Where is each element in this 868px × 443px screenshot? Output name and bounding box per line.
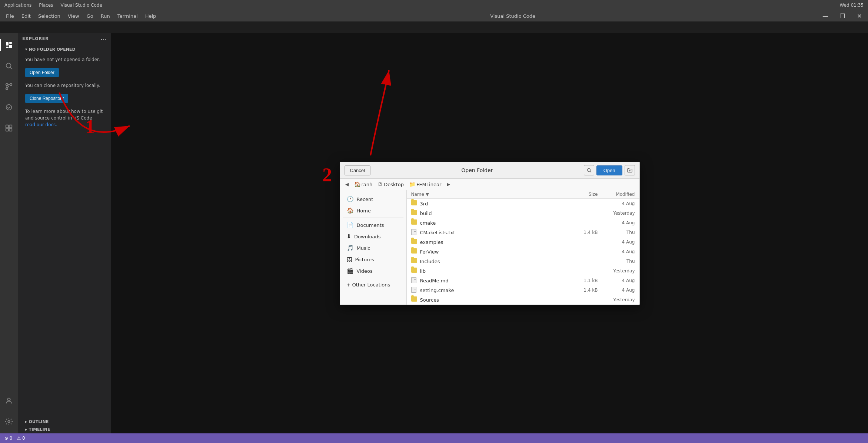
activity-account[interactable] — [0, 392, 18, 410]
activity-bar-bottom — [0, 392, 18, 430]
column-size[interactable]: Size — [568, 192, 598, 197]
dialog-open-button[interactable]: Open — [596, 165, 622, 175]
sidebar: Explorer ... ▾ NO FOLDER OPENED You have… — [18, 33, 111, 433]
dialog-new-folder-button[interactable] — [625, 165, 635, 175]
activity-extensions[interactable] — [0, 119, 18, 137]
open-folder-dialog: Cancel Open Folder Open ◀ — [340, 162, 640, 305]
svg-point-7 — [10, 84, 12, 86]
svg-point-6 — [6, 84, 8, 86]
file-item-ferview[interactable]: FerView 4 Aug — [407, 247, 639, 256]
open-folder-button[interactable]: Open Folder — [25, 68, 59, 77]
file-item-build[interactable]: build Yesterday — [407, 208, 639, 218]
clone-repository-button[interactable]: Clone Repository — [25, 94, 68, 103]
menu-view[interactable]: View — [65, 12, 82, 20]
activity-explorer[interactable] — [0, 36, 18, 54]
activity-debug[interactable] — [0, 98, 18, 116]
window-controls: — ❐ ✕ — [817, 10, 868, 22]
svg-point-9 — [6, 105, 12, 110]
maximize-button[interactable]: ❐ — [834, 10, 851, 22]
places-menu[interactable]: Places — [39, 3, 53, 8]
dialog-header-right: Open — [584, 165, 635, 175]
svg-point-15 — [8, 420, 10, 423]
timeline-section[interactable]: ▸ TIMELINE — [18, 426, 111, 433]
system-bar: Applications Places Visual Studio Code W… — [0, 0, 868, 10]
svg-rect-3 — [6, 47, 9, 48]
file-list-container[interactable]: Name ▼ Size Modified 3rd 4 Aug — [407, 190, 639, 305]
activity-search[interactable] — [0, 57, 18, 75]
status-warnings[interactable]: ⚠ 0 — [17, 436, 25, 441]
breadcrumb-desktop[interactable]: 🖥 Desktop — [375, 181, 406, 188]
nav-item-home[interactable]: 🏠 Home — [342, 205, 405, 216]
svg-rect-13 — [9, 128, 12, 131]
file-item-examples[interactable]: examples 4 Aug — [407, 237, 639, 247]
svg-rect-1 — [9, 42, 12, 44]
svg-rect-10 — [6, 125, 9, 128]
svg-line-17 — [590, 171, 591, 172]
dialog-search-button[interactable] — [584, 165, 594, 175]
no-folder-text: You have not yet opened a folder. — [18, 53, 111, 66]
nav-item-downloads[interactable]: ⬇ Downloads — [342, 231, 405, 242]
svg-rect-12 — [6, 128, 9, 131]
svg-rect-2 — [9, 45, 12, 48]
status-bar: ⊗ 0 ⚠ 0 — [0, 433, 868, 443]
clone-text: You can clone a repository locally. — [18, 79, 111, 92]
nav-item-recent[interactable]: 🕐 Recent — [342, 194, 405, 205]
file-item-setting-cmake[interactable]: setting.cmake 1.4 kB 4 Aug — [407, 285, 639, 295]
dialog-body: 🕐 Recent 🏠 Home 📄 Documents — [340, 190, 639, 305]
menu-terminal[interactable]: Terminal — [114, 12, 141, 20]
file-item-3rd[interactable]: 3rd 4 Aug — [407, 199, 639, 208]
breadcrumb-bar: ◀ 🏠 ranh 🖥 Desktop 📁 FEMLinear ▶ — [340, 179, 639, 190]
menu-run[interactable]: Run — [98, 12, 113, 20]
sidebar-menu-icon[interactable]: ... — [101, 36, 106, 41]
menu-file[interactable]: File — [3, 12, 17, 20]
outline-section[interactable]: ▸ OUTLINE — [18, 418, 111, 426]
breadcrumb-more-button[interactable]: ▶ — [444, 180, 452, 188]
status-bar-left: ⊗ 0 ⚠ 0 — [4, 436, 25, 441]
file-item-lib[interactable]: lib Yesterday — [407, 266, 639, 276]
activity-settings[interactable] — [0, 413, 18, 430]
column-name[interactable]: Name ▼ — [411, 192, 568, 197]
menu-edit[interactable]: Edit — [19, 12, 34, 20]
dialog-cancel-button[interactable]: Cancel — [345, 165, 370, 175]
dialog-overlay: Cancel Open Folder Open ◀ — [111, 33, 868, 433]
file-item-cmakelists[interactable]: CMakeLists.txt 1.4 kB Thu — [407, 228, 639, 237]
svg-rect-0 — [6, 42, 9, 46]
status-errors[interactable]: ⊗ 0 — [4, 436, 13, 441]
minimize-button[interactable]: — — [817, 10, 834, 22]
breadcrumb-home[interactable]: 🏠 ranh — [352, 181, 375, 188]
vscode-menu[interactable]: Visual Studio Code — [60, 3, 102, 8]
menu-go[interactable]: Go — [84, 12, 96, 20]
svg-point-16 — [587, 168, 590, 171]
system-bar-left: Applications Places Visual Studio Code — [4, 3, 102, 8]
file-item-sources[interactable]: Sources Yesterday — [407, 295, 639, 305]
activity-bar — [0, 33, 18, 433]
sidebar-section: ▾ NO FOLDER OPENED You have not yet open… — [18, 44, 111, 132]
breadcrumb-back-button[interactable]: ◀ — [343, 180, 351, 188]
menu-bar: File Edit Selection View Go Run Terminal… — [0, 10, 868, 21]
file-item-readme[interactable]: ReadMe.md 1.1 kB 4 Aug — [407, 276, 639, 285]
breadcrumb-femlinear[interactable]: 📁 FEMLinear — [407, 181, 443, 188]
file-item-includes[interactable]: Includes Thu — [407, 256, 639, 266]
close-button[interactable]: ✕ — [851, 10, 868, 22]
read-docs-link[interactable]: read our docs. — [25, 122, 57, 127]
nav-panel: 🕐 Recent 🏠 Home 📄 Documents — [340, 190, 407, 305]
menu-help[interactable]: Help — [142, 12, 159, 20]
nav-item-videos[interactable]: 🎬 Videos — [342, 265, 405, 276]
system-bar-right: Wed 01:35 — [839, 3, 864, 8]
menu-selection[interactable]: Selection — [35, 12, 63, 20]
nav-item-documents[interactable]: 📄 Documents — [342, 219, 405, 231]
column-modified[interactable]: Modified — [598, 192, 635, 197]
editor-area: Cancel Open Folder Open ◀ — [111, 33, 868, 433]
nav-item-music[interactable]: 🎵 Music — [342, 242, 405, 254]
applications-menu[interactable]: Applications — [4, 3, 31, 8]
activity-source-control[interactable] — [0, 78, 18, 95]
system-time: Wed 01:35 — [839, 3, 864, 8]
file-list-header: Name ▼ Size Modified — [407, 190, 639, 199]
nav-item-pictures[interactable]: 🖼 Pictures — [342, 254, 405, 265]
sidebar-title: Explorer — [22, 36, 49, 41]
sidebar-section-title[interactable]: ▾ NO FOLDER OPENED — [18, 46, 111, 53]
nav-item-other-locations[interactable]: + Other Locations — [342, 280, 405, 290]
window-title: Visual Studio Code — [160, 13, 865, 19]
svg-line-5 — [10, 67, 12, 69]
file-item-cmake[interactable]: cmake 4 Aug — [407, 218, 639, 228]
